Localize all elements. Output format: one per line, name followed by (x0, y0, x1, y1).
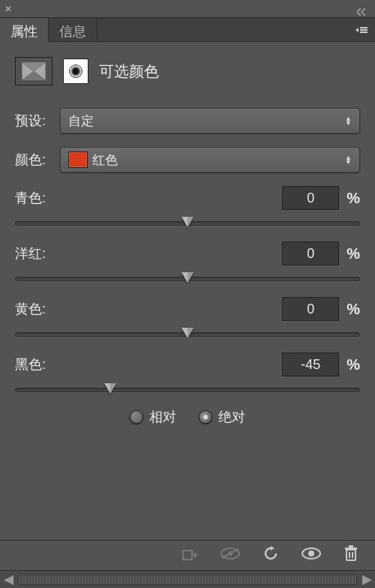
black-slider-group: 黑色: -45 % (15, 352, 360, 394)
magenta-slider-group: 洋红: 0 % (15, 242, 360, 284)
magenta-input[interactable]: 0 (282, 242, 339, 266)
svg-rect-14 (349, 545, 353, 548)
tab-properties[interactable]: 属性 (0, 18, 49, 42)
yellow-slider[interactable] (15, 328, 360, 339)
absolute-radio[interactable]: 绝对 (199, 408, 245, 426)
magenta-label: 洋红: (15, 244, 165, 262)
preset-dropdown[interactable]: 自定 ▲▼ (60, 108, 360, 134)
magenta-slider[interactable] (15, 273, 360, 284)
tab-info[interactable]: 信息 (49, 18, 98, 41)
preset-label: 预设: (15, 112, 60, 130)
reset-icon[interactable] (262, 546, 279, 565)
yellow-slider-group: 黄色: 0 % (15, 297, 360, 339)
cyan-slider-group: 青色: 0 % (15, 186, 360, 228)
panel-footer: ◀ ▶ (0, 540, 375, 588)
relative-label: 相对 (149, 408, 176, 426)
scroll-thumb[interactable] (18, 574, 357, 585)
color-swatch (68, 152, 88, 168)
preset-value: 自定 (68, 112, 94, 130)
view-previous-icon[interactable] (220, 548, 240, 563)
panel-tab-bar: 属性 信息 (0, 18, 375, 42)
updown-icon: ▲▼ (345, 116, 352, 125)
scroll-left-icon[interactable]: ◀ (0, 572, 16, 588)
black-label: 黑色: (15, 356, 165, 374)
svg-rect-10 (346, 550, 356, 560)
layer-mask-icon[interactable] (63, 58, 88, 84)
visibility-icon[interactable] (302, 548, 321, 563)
color-dropdown[interactable]: 红色 ▲▼ (60, 147, 360, 172)
color-label: 颜色: (15, 151, 60, 169)
black-input[interactable]: -45 (282, 352, 339, 376)
svg-rect-2 (360, 32, 368, 33)
relative-radio[interactable]: 相对 (130, 408, 176, 426)
svg-rect-1 (360, 29, 368, 31)
svg-rect-4 (183, 550, 192, 560)
properties-panel: 可选颜色 预设: 自定 ▲▼ 颜色: 红色 ▲▼ 青色: 0 % 洋红: (0, 42, 375, 441)
trash-icon[interactable] (344, 545, 358, 566)
percent-symbol: % (346, 356, 360, 374)
cyan-input[interactable]: 0 (282, 186, 339, 210)
yellow-input[interactable]: 0 (282, 297, 339, 321)
adjustment-header: 可选颜色 (15, 57, 360, 86)
cyan-label: 青色: (15, 189, 165, 207)
close-icon[interactable]: ✕ (4, 4, 12, 14)
updown-icon: ▲▼ (345, 155, 352, 164)
svg-point-9 (308, 550, 314, 556)
mode-radio-group: 相对 绝对 (15, 408, 360, 426)
percent-symbol: % (346, 245, 360, 262)
svg-line-7 (222, 549, 238, 558)
black-slider[interactable] (15, 384, 360, 394)
percent-symbol: % (346, 190, 360, 207)
selective-color-icon[interactable] (15, 57, 52, 86)
cyan-slider[interactable] (15, 218, 360, 228)
svg-rect-13 (345, 548, 357, 550)
panel-scrollbar[interactable]: ◀ ▶ (0, 570, 375, 588)
clip-to-layer-icon[interactable] (182, 546, 198, 565)
collapse-right-icon[interactable] (357, 4, 370, 14)
panel-flyout-menu[interactable] (350, 18, 375, 41)
scroll-right-icon[interactable]: ▶ (358, 572, 375, 588)
absolute-label: 绝对 (218, 408, 245, 426)
panel-collapse-bar[interactable]: ✕ (0, 0, 375, 18)
adjustment-title: 可选颜色 (99, 62, 159, 82)
percent-symbol: % (346, 301, 360, 318)
svg-rect-0 (360, 27, 368, 28)
color-value: 红色 (92, 152, 118, 169)
yellow-label: 黄色: (15, 300, 165, 318)
